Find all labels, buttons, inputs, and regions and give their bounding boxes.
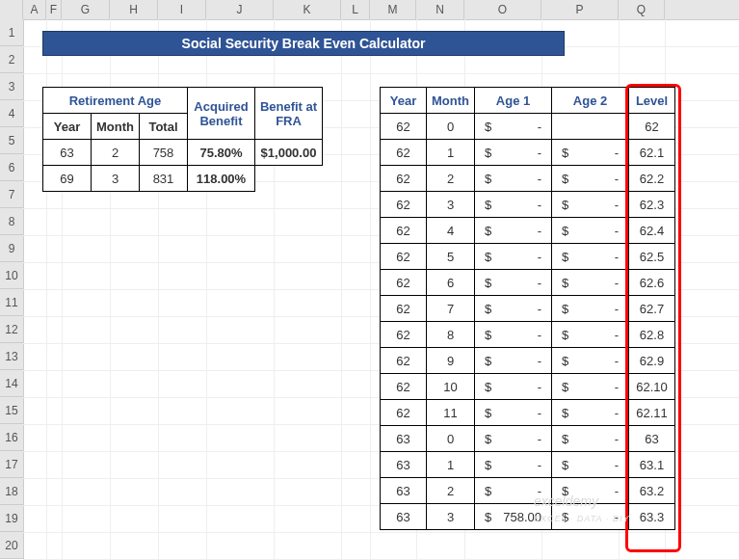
cell[interactable]: 63	[43, 140, 92, 166]
cell[interactable]: $1,000.00	[255, 140, 323, 166]
cell[interactable]: 62	[629, 114, 675, 140]
cell[interactable]: 4	[427, 218, 475, 244]
cell[interactable]: 69	[43, 166, 92, 192]
cell[interactable]: $-	[475, 192, 552, 218]
cell[interactable]: $-	[475, 218, 552, 244]
cell[interactable]: 62	[381, 400, 427, 426]
table-row[interactable]: 620$-62	[381, 114, 675, 140]
cell[interactable]: $-	[475, 478, 552, 504]
cell[interactable]: $-	[475, 426, 552, 452]
table-row[interactable]: 632$-$-63.2	[381, 478, 675, 504]
cell[interactable]: 2	[92, 140, 140, 166]
cell[interactable]: $-	[552, 322, 629, 348]
cell[interactable]: 118.00%	[188, 166, 255, 192]
cell[interactable]: 7	[427, 296, 475, 322]
cell[interactable]: 11	[427, 400, 475, 426]
cell[interactable]: $-	[552, 244, 629, 270]
row-header-cell[interactable]: 9	[0, 235, 23, 262]
cell[interactable]: $-	[552, 348, 629, 374]
cell[interactable]: 75.80%	[188, 140, 255, 166]
cell[interactable]: $-	[552, 374, 629, 400]
cell[interactable]: 5	[427, 244, 475, 270]
cell[interactable]: $-	[475, 400, 552, 426]
col-header-cell[interactable]: A	[23, 0, 46, 19]
col-header-cell[interactable]: P	[541, 0, 619, 19]
row-header-cell[interactable]: 19	[0, 505, 23, 532]
cell[interactable]: $-	[552, 400, 629, 426]
col-header-cell[interactable]	[0, 0, 23, 19]
col-header-cell[interactable]: J	[206, 0, 274, 19]
cell[interactable]: 62	[381, 270, 427, 296]
cell[interactable]: $-	[552, 140, 629, 166]
col-header-cell[interactable]: M	[370, 0, 416, 19]
col-header-cell[interactable]: G	[62, 0, 110, 19]
row-header-cell[interactable]: 10	[0, 262, 23, 289]
cell[interactable]: 62	[381, 114, 427, 140]
grid-area[interactable]: Social Security Break Even Calculator Re…	[23, 19, 739, 560]
cell[interactable]: 62	[381, 192, 427, 218]
cell[interactable]: 1	[427, 452, 475, 478]
cell[interactable]: 63	[381, 452, 427, 478]
cell[interactable]: $-	[552, 166, 629, 192]
table-row[interactable]: 621$-$-62.1	[381, 140, 675, 166]
row-header-cell[interactable]: 18	[0, 478, 23, 505]
table-row[interactable]: 622$-$-62.2	[381, 166, 675, 192]
cell[interactable]: 62.8	[629, 322, 675, 348]
table-row[interactable]: 623$-$-62.3	[381, 192, 675, 218]
cell[interactable]: 63.1	[629, 452, 675, 478]
row-header-cell[interactable]: 6	[0, 154, 23, 181]
col-header-cell[interactable]: H	[110, 0, 158, 19]
cell[interactable]: 62.9	[629, 348, 675, 374]
cell[interactable]: $-	[552, 270, 629, 296]
cell[interactable]: 758	[140, 140, 188, 166]
cell[interactable]: $-	[475, 270, 552, 296]
row-header-cell[interactable]: 1	[0, 19, 23, 46]
table-row[interactable]: 63 2 758 75.80% $1,000.00	[43, 140, 323, 166]
row-header-cell[interactable]: 16	[0, 424, 23, 451]
cell[interactable]: $-	[552, 296, 629, 322]
cell[interactable]: 62	[381, 218, 427, 244]
cell[interactable]: 62	[381, 244, 427, 270]
row-header-cell[interactable]: 2	[0, 46, 23, 73]
cell[interactable]: 62	[381, 348, 427, 374]
cell[interactable]: 1	[427, 140, 475, 166]
cell[interactable]: 3	[92, 166, 140, 192]
cell[interactable]: 62.2	[629, 166, 675, 192]
cell[interactable]: 62.10	[629, 374, 675, 400]
cell[interactable]: 3	[427, 192, 475, 218]
cell[interactable]: 0	[427, 114, 475, 140]
row-header-cell[interactable]: 11	[0, 289, 23, 316]
col-header-cell[interactable]: I	[158, 0, 206, 19]
col-header-cell[interactable]: L	[341, 0, 370, 19]
row-header-cell[interactable]: 12	[0, 316, 23, 343]
row-header-cell[interactable]: 14	[0, 370, 23, 397]
cell[interactable]: 62.3	[629, 192, 675, 218]
col-header-cell[interactable]: O	[464, 0, 541, 19]
row-header-cell[interactable]: 15	[0, 397, 23, 424]
cell[interactable]: 62.6	[629, 270, 675, 296]
cell[interactable]: 62	[381, 166, 427, 192]
cell[interactable]: 62.11	[629, 400, 675, 426]
cell[interactable]	[552, 114, 629, 140]
cell[interactable]: 10	[427, 374, 475, 400]
cell[interactable]: 63	[381, 504, 427, 530]
col-header-cell[interactable]: K	[274, 0, 341, 19]
cell[interactable]: $-	[552, 426, 629, 452]
cell[interactable]: $-	[475, 244, 552, 270]
cell[interactable]: $-	[475, 140, 552, 166]
cell[interactable]: $-	[475, 296, 552, 322]
cell[interactable]: $-	[552, 452, 629, 478]
cell[interactable]: $-	[552, 504, 629, 530]
cell[interactable]: 62.5	[629, 244, 675, 270]
cell[interactable]: 63.3	[629, 504, 675, 530]
col-header-cell[interactable]: F	[46, 0, 62, 19]
cell[interactable]: 62	[381, 296, 427, 322]
table-row[interactable]: 625$-$-62.5	[381, 244, 675, 270]
cell[interactable]: 62	[381, 374, 427, 400]
table-row[interactable]: 69 3 831 118.00%	[43, 166, 323, 192]
table-row[interactable]: 629$-$-62.9	[381, 348, 675, 374]
cell[interactable]: 62.4	[629, 218, 675, 244]
cell[interactable]: $-	[552, 192, 629, 218]
cell[interactable]: 831	[140, 166, 188, 192]
cell[interactable]: $-	[475, 452, 552, 478]
